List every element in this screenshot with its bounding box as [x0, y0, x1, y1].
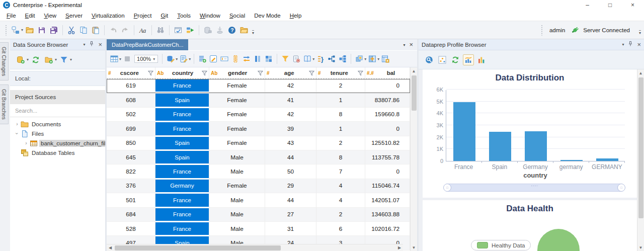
cell-gender[interactable]: Male	[209, 208, 265, 222]
cell-gender[interactable]: Male	[209, 164, 265, 179]
filter-funnel-icon[interactable]	[258, 70, 263, 76]
cell-country[interactable]: France	[155, 222, 209, 236]
cell-bal[interactable]: 113755.78	[365, 150, 410, 164]
cell-country[interactable]: Spain	[155, 136, 209, 150]
maximize-icon[interactable]: □	[599, 0, 621, 10]
add-database-caret-icon[interactable]: ▾	[27, 57, 29, 62]
menu-git[interactable]: Git	[156, 12, 173, 20]
blocks-icon[interactable]	[264, 54, 274, 64]
menu-dev-mode[interactable]: Dev Mode	[250, 12, 285, 20]
scroll-down-icon[interactable]: ▼	[637, 244, 644, 251]
toolbar-overflow-right-icon[interactable]: ▾	[639, 30, 641, 35]
cell-cscore[interactable]: 850	[107, 136, 155, 150]
filter-funnel-icon[interactable]	[358, 70, 363, 76]
tab-git-changes[interactable]: Git Changes	[0, 42, 9, 80]
cell-cscore[interactable]: 645	[107, 150, 155, 164]
bar-germany[interactable]	[525, 131, 547, 161]
menu-virtualization[interactable]: Virtualization	[87, 12, 129, 20]
profile-chart-icon[interactable]	[463, 54, 474, 65]
scroll-down-icon[interactable]: ▼	[411, 244, 417, 251]
cell-country[interactable]: Spain	[155, 93, 209, 107]
table-row[interactable]: 850SpainFemale432125510.82	[107, 136, 410, 150]
menu-file[interactable]: File	[2, 12, 21, 20]
cell-age[interactable]: 50	[265, 164, 316, 179]
new-dataflow-caret-icon[interactable]: ▾	[21, 28, 23, 32]
branch-icon[interactable]	[327, 54, 337, 64]
folder-icon[interactable]	[21, 120, 29, 128]
save-icon[interactable]	[37, 25, 47, 35]
layers-caret-icon[interactable]: ▾	[364, 57, 366, 61]
bar-germany[interactable]	[560, 160, 583, 161]
project-sources-section-label[interactable]: Project Sources	[10, 90, 105, 104]
cell-country[interactable]: France	[155, 208, 209, 222]
delimited-file-icon[interactable]	[30, 139, 38, 147]
tree-item-files[interactable]: › Files	[10, 129, 105, 138]
column-header-tenure[interactable]: # tenure	[316, 67, 365, 78]
open-icon[interactable]	[25, 25, 35, 35]
column-header-bal[interactable]: #.# bal	[365, 67, 410, 78]
save-all-icon[interactable]	[49, 25, 59, 35]
cell-country[interactable]: France	[155, 108, 209, 122]
form-edit-caret-icon[interactable]: ▾	[189, 57, 191, 61]
tree-item-documents[interactable]: › Documents	[10, 119, 105, 129]
cell-tenure[interactable]: 1	[316, 122, 365, 136]
cell-age[interactable]: 31	[265, 222, 316, 236]
close-icon[interactable]: ×	[621, 0, 644, 10]
cell-gender[interactable]: Male	[209, 193, 265, 207]
cell-age[interactable]: 39	[265, 122, 316, 136]
copy-icon[interactable]	[78, 25, 89, 35]
table-row[interactable]: 699FranceFemale3910	[107, 122, 410, 136]
health-pie-chart[interactable]	[537, 229, 580, 251]
db-load-icon[interactable]	[203, 25, 213, 35]
cell-tenure[interactable]: 8	[316, 108, 365, 122]
cell-tenure[interactable]: 7	[316, 164, 365, 179]
stop-gray-icon[interactable]	[123, 54, 132, 64]
panel-menu-caret-icon[interactable]: ▾	[622, 42, 624, 47]
scroll-left-icon[interactable]: ◀	[107, 244, 114, 251]
cell-cscore[interactable]: 376	[107, 179, 155, 193]
cell-cscore[interactable]: 619	[107, 79, 155, 93]
profile-scroll-thumb[interactable]	[638, 77, 643, 218]
document-close-icon[interactable]: ×	[409, 42, 413, 48]
cell-country[interactable]: France	[155, 193, 209, 207]
cell-bal[interactable]: 0	[365, 164, 410, 179]
local-section-label[interactable]: Local:	[10, 71, 105, 86]
cell-bal[interactable]: 0	[365, 79, 410, 93]
expander-icon[interactable]: ›	[14, 121, 20, 127]
form-edit-icon[interactable]	[179, 54, 189, 64]
table-row[interactable]: 502FranceFemale428159660.8	[107, 108, 410, 122]
cell-country[interactable]: Germany	[155, 179, 209, 193]
book-caret-icon[interactable]: ▾	[312, 57, 314, 61]
range-handle-right[interactable]: □	[617, 184, 625, 192]
add-database-icon[interactable]	[15, 54, 26, 65]
cell-gender[interactable]: Male	[209, 222, 265, 236]
column-header-age[interactable]: # age	[265, 67, 316, 78]
open-project-icon[interactable]	[239, 25, 249, 35]
replace-doc-icon[interactable]	[292, 54, 301, 64]
add-folder-caret-icon[interactable]: ▾	[55, 57, 57, 62]
menu-window[interactable]: Window	[195, 12, 225, 20]
profile-panel-scrollbar[interactable]: ▲ ▼	[637, 69, 644, 251]
scroll-up-icon[interactable]: ▲	[637, 69, 644, 76]
grid-view-caret-icon[interactable]: ▾	[119, 57, 121, 61]
layers-icon[interactable]	[355, 54, 364, 64]
cell-age[interactable]: 42	[265, 108, 316, 122]
freeze-columns-icon[interactable]	[253, 54, 263, 64]
filter-blue-caret-icon[interactable]: ▾	[70, 57, 72, 62]
add-folder-icon[interactable]	[43, 54, 54, 65]
font-icon[interactable]: Aa	[138, 25, 148, 35]
cut-icon[interactable]	[66, 25, 76, 35]
help-icon[interactable]: ?	[227, 25, 237, 35]
grid-view-icon[interactable]	[110, 54, 119, 64]
bar-germany[interactable]	[596, 158, 618, 161]
filter-funnel-icon[interactable]	[309, 70, 314, 76]
pin-icon[interactable]	[627, 41, 633, 48]
cell-cscore[interactable]: 822	[107, 164, 155, 179]
db-edit-icon[interactable]	[166, 54, 176, 64]
column-header-country[interactable]: Ab country	[155, 67, 209, 78]
hierarchy-icon[interactable]	[338, 54, 348, 64]
table-row[interactable]: 684FranceMale272134603.88	[107, 208, 410, 222]
cell-age[interactable]: 43	[265, 136, 316, 150]
scatter-icon[interactable]	[437, 54, 448, 65]
table-row[interactable]: 619FranceFemale4220	[107, 79, 410, 93]
